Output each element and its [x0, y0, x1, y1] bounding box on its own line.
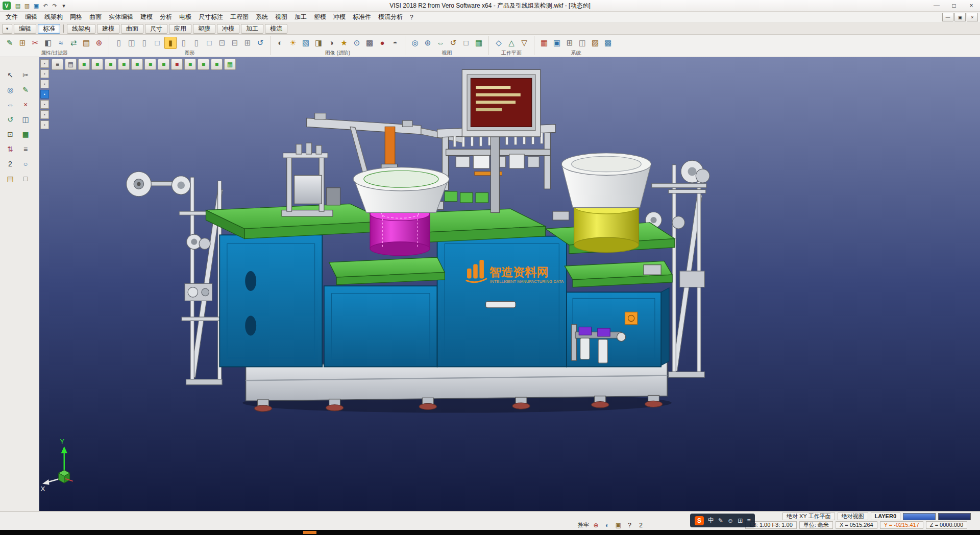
back-view-icon[interactable]: ■ [105, 59, 116, 70]
tab-dimension[interactable]: 尺寸 [145, 24, 167, 34]
right-view-icon[interactable]: ■ [158, 59, 169, 70]
attribute-copy-icon[interactable]: ⊞ [17, 37, 28, 48]
system-prefs-icon[interactable]: ▩ [602, 37, 614, 48]
measure-icon[interactable]: ◫ [20, 114, 31, 125]
ime-keyboard-icon[interactable]: ⊞ [738, 517, 743, 524]
tab-surface[interactable]: 曲面 [121, 24, 143, 34]
redo-icon[interactable]: ↷ [50, 1, 59, 10]
lock-toggle[interactable]: 拴牢 [578, 521, 589, 529]
menu-item-modeling[interactable]: 建模 [137, 12, 156, 22]
save-file-icon[interactable]: ▣ [32, 1, 41, 10]
shaded-mode-icon[interactable]: ▮ [164, 37, 177, 49]
tab-machining[interactable]: 加工 [241, 24, 263, 34]
quick-filter-3[interactable]: ▪ [40, 80, 49, 88]
background-icon[interactable]: ▩ [364, 37, 375, 48]
grid-snap-icon[interactable]: ▦ [20, 129, 31, 140]
translate-icon[interactable]: ⇔ [5, 99, 16, 110]
ime-toolbox-icon[interactable]: ≡ [747, 517, 750, 524]
snap-target-icon[interactable]: ⊕ [592, 521, 600, 529]
view-indicator[interactable]: 绝对视图 [838, 513, 868, 520]
menu-item-edit[interactable]: 编辑 [21, 12, 41, 22]
quick-filter-7[interactable]: ▪ [40, 120, 49, 129]
iso-view-icon[interactable]: ■ [78, 59, 90, 70]
filter-solid-icon[interactable]: ◧ [42, 37, 54, 48]
pan-view-icon[interactable]: ⇔ [435, 37, 446, 48]
rotate-view-icon[interactable]: ↺ [448, 37, 459, 48]
top-view-icon[interactable]: ■ [118, 59, 130, 70]
menu-item-mesh[interactable]: 网格 [66, 12, 86, 22]
sogou-logo[interactable]: S [695, 516, 704, 525]
taskbar-app-indicator[interactable] [303, 531, 316, 534]
tab-wireframe[interactable]: 线架构 [67, 24, 95, 34]
ambient-icon[interactable]: ⊙ [351, 37, 362, 48]
layer-filter-icon[interactable]: ▤ [81, 37, 92, 48]
quick-filter-5[interactable]: ▪ [40, 100, 49, 109]
ime-toolbar[interactable]: S 中✎☺⊞≡ [690, 514, 755, 527]
help-status-icon[interactable]: ? [625, 521, 634, 529]
mirror-icon[interactable]: ⇅ [5, 143, 16, 155]
viewport[interactable]: 智造资料网 INTELLIGENT MANUFACTURING DATA Y X [39, 57, 980, 511]
quick-filter-6[interactable]: ▪ [40, 110, 49, 119]
menu-item-die[interactable]: 冲模 [330, 12, 349, 22]
front-view-icon[interactable]: ■ [91, 59, 103, 70]
multi-view-icon[interactable]: ▦ [224, 59, 236, 70]
zoom-extents-icon[interactable]: ■ [198, 59, 209, 70]
quick-filter-1[interactable]: ▪ [40, 59, 49, 68]
quick-filter-4[interactable]: ▪ [40, 90, 49, 99]
show-solids-icon[interactable]: ▯ [113, 37, 125, 48]
texture-icon[interactable]: ▧ [300, 37, 311, 48]
system-grid-icon[interactable]: ▦ [538, 37, 550, 48]
menu-item-plastic-mold[interactable]: 塑模 [310, 12, 330, 22]
menu-item-solid-edit[interactable]: 实体编辑 [105, 12, 137, 22]
mode-2d-icon[interactable]: 2 [636, 521, 645, 529]
new-file-icon[interactable]: ▤ [13, 1, 22, 10]
machine-3d-view[interactable]: 智造资料网 INTELLIGENT MANUFACTURING DATA Y X [39, 57, 980, 511]
show-points-icon[interactable]: ⊡ [216, 37, 228, 48]
shadow-icon[interactable]: ◑ [326, 37, 337, 48]
title-bar[interactable]: V ▤▥▣↶↷▾ VISI 2018 R2 from Vero Software… [0, 0, 980, 12]
color-filter-icon[interactable]: ⊕ [93, 37, 105, 48]
rotate-dynamic-icon[interactable]: ■ [171, 59, 183, 70]
cut-elements-icon[interactable]: ✂ [30, 37, 41, 48]
delete-icon[interactable]: × [20, 99, 31, 110]
tab-plastic[interactable]: 塑膜 [193, 24, 215, 34]
mdi-minimize-button[interactable]: — [942, 13, 953, 21]
layer-status-icon[interactable]: ▣ [614, 521, 623, 529]
scale-icon[interactable]: ⊡ [5, 129, 16, 140]
menu-item-standard-parts[interactable]: 标准件 [349, 12, 375, 22]
tab-standard[interactable]: 标准 [38, 24, 60, 34]
menu-item-dimension[interactable]: 尺寸标注 [195, 12, 227, 22]
menu-item-surface[interactable]: 曲面 [86, 12, 105, 22]
ime-pen-icon[interactable]: ✎ [718, 517, 723, 524]
saved-view-icon[interactable]: ■ [211, 59, 223, 70]
show-axes-icon[interactable]: ⊞ [242, 37, 253, 48]
menu-item-electrode[interactable]: 电极 [176, 12, 195, 22]
wireframe-mode-icon[interactable]: ▯ [178, 37, 189, 48]
maximize-button[interactable]: □ [945, 1, 963, 11]
mdi-restore-button[interactable]: ▣ [954, 13, 966, 21]
ime-emoji-icon[interactable]: ☺ [727, 517, 733, 524]
filter-wire-icon[interactable]: ≈ [55, 37, 66, 48]
menu-item-moldflow[interactable]: 模流分析 [375, 12, 406, 22]
workplane-align-icon[interactable]: △ [506, 37, 517, 48]
workplane-new-icon[interactable]: ◇ [493, 37, 504, 48]
trim-icon[interactable]: ✂ [20, 69, 31, 81]
mdi-close-button[interactable]: × [967, 13, 978, 21]
workplane-indicator[interactable]: 绝对 XY 工作平面 [782, 513, 835, 520]
layer-indicator[interactable]: LAYER0 [871, 513, 900, 520]
show-surfaces-icon[interactable]: ◫ [126, 37, 137, 48]
system-window-icon[interactable]: ⊞ [564, 37, 575, 48]
image-options-icon[interactable]: ◓ [389, 37, 401, 48]
capture-image-icon[interactable]: ● [377, 37, 388, 48]
material-icon[interactable]: ◨ [313, 37, 324, 48]
light-settings-icon[interactable]: ☀ [287, 37, 299, 48]
system-monitor-icon[interactable]: ▣ [551, 37, 562, 48]
sketch-icon[interactable]: ✎ [20, 84, 31, 95]
select-icon[interactable]: ↖ [5, 69, 16, 81]
duplicate-icon[interactable]: 2 [5, 158, 16, 169]
tab-moldflow[interactable]: 模流 [265, 24, 287, 34]
menu-item-drawing[interactable]: 工程图 [227, 12, 252, 22]
circle-tool-icon[interactable]: ○ [20, 158, 31, 169]
taskbar[interactable] [0, 530, 980, 535]
workplane-reset-icon[interactable]: ▽ [519, 37, 530, 48]
